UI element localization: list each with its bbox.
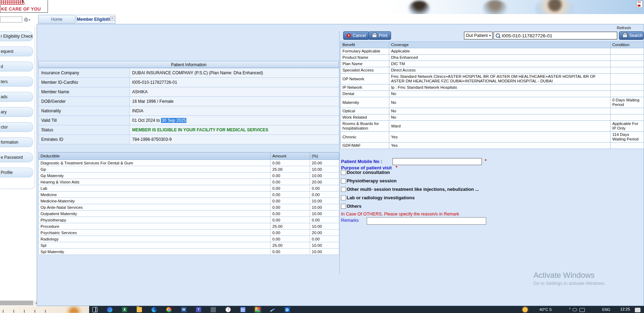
taskbar-clock[interactable]: 12:25 [620, 307, 630, 311]
chrome-active-icon[interactable] [255, 307, 260, 312]
task-view-icon[interactable] [92, 307, 98, 312]
horizontal-scrollbar[interactable]: ▸ [0, 300, 40, 306]
benefit-row: IP Network Ip : Fmc Standard Network Hos… [341, 84, 644, 91]
taskbar-icon-glyph [196, 307, 201, 312]
edge-icon[interactable] [151, 307, 157, 312]
app-icon[interactable] [211, 307, 216, 312]
tray-cloud-icon[interactable] [572, 308, 577, 311]
refresh-link[interactable]: Refresh [617, 26, 631, 30]
sidebar-item[interactable]: ads [0, 92, 33, 102]
benefit-row: Plan Name DIC TM [341, 61, 644, 67]
sidebar-menu: r Eligibility Check equest d ters ads ar… [0, 26, 35, 177]
col-benefit: Benefit [341, 42, 389, 48]
sidebar-item[interactable]: ters [0, 77, 33, 87]
gear-icon [24, 18, 28, 22]
outlook-icon[interactable] [285, 307, 290, 312]
benefit-name: Work Related [341, 114, 389, 121]
field-label: Status [39, 125, 130, 135]
checkbox[interactable] [341, 179, 346, 183]
search-button-icon [623, 33, 627, 38]
scrollbar-thumb[interactable] [0, 301, 33, 305]
field-value: I005-010-117827726-01 [130, 78, 339, 87]
deductible-row: Spl Maternity 0.00 10.00 [39, 249, 339, 255]
deductible-amount: 0.00 [271, 217, 310, 223]
patient-info-row: Member ID-CardNo I005-010-117827726-01 [39, 78, 339, 87]
deductible-percent: 0.00 [310, 217, 339, 223]
notification-center-icon[interactable] [635, 308, 640, 312]
weather-sun-icon[interactable] [522, 307, 528, 312]
benefit-condition [611, 55, 644, 61]
deductible-name: Physiotherapy [39, 217, 271, 223]
close-tab-icon[interactable]: x [110, 16, 114, 21]
checkbox[interactable] [341, 170, 346, 175]
checkbox[interactable] [341, 195, 346, 200]
checkbox[interactable] [341, 204, 346, 209]
deductible-percent: 10.00 [310, 198, 339, 204]
sidebar-item[interactable]: equest [0, 46, 33, 56]
calculator-icon[interactable] [240, 307, 246, 312]
tab-bar: Home Member Eligibilit x [37, 14, 644, 24]
taskbar-icon-glyph [285, 307, 290, 312]
sidebar-item[interactable]: Profile [0, 168, 33, 177]
benefit-name: GDF/MAF [341, 143, 389, 149]
remarks-input[interactable] [367, 217, 486, 225]
weather-widget[interactable] [0, 306, 89, 313]
cancel-label: Cancel [353, 33, 366, 38]
print-label: Print [379, 33, 388, 38]
benefit-row: Chronic Yes 114 Days Waiting Period [341, 132, 644, 143]
teams-icon[interactable] [196, 307, 201, 312]
col-percent: (%) [310, 152, 339, 160]
cancel-button[interactable]: Cancel [343, 31, 369, 40]
patient-type-dropdown[interactable]: Out Patient ▾ [464, 32, 493, 39]
sidebar-item[interactable]: r Eligibility Check [0, 31, 33, 41]
mobile-input[interactable] [392, 158, 482, 165]
word-icon[interactable] [181, 307, 186, 312]
sidebar: r Eligibility Check equest d ters ads ar… [0, 26, 35, 189]
sidebar-search-input[interactable] [0, 17, 22, 23]
sidebar-item[interactable]: ary [0, 107, 33, 117]
clock-icon[interactable] [225, 307, 231, 312]
search-button[interactable]: Search [619, 31, 644, 40]
benefit-condition [611, 67, 644, 74]
weather-text[interactable]: 40°C S [539, 307, 552, 312]
benefit-row: Product Name Dha Enhanced [341, 55, 644, 61]
sidebar-item[interactable]: e Password [0, 152, 33, 162]
banner-person [535, 0, 574, 14]
tab-member-eligibility[interactable]: Member Eligibilit x [76, 15, 116, 24]
field-label: Valid Till [39, 116, 130, 125]
folder-icon[interactable] [137, 307, 142, 312]
col-condition: Condition [611, 42, 644, 48]
checkbox[interactable] [341, 187, 346, 192]
deductible-percent: 0.00 [310, 185, 339, 192]
sidebar-item[interactable]: d [0, 62, 33, 71]
deductible-name: Medicine [39, 192, 271, 198]
deductible-amount: 0.00 [271, 204, 310, 211]
sidebar-item[interactable]: ctor [0, 122, 33, 132]
deductible-amount: 25.00 [271, 166, 310, 173]
deductible-row: Psychiatric Services 0.00 20.00 [39, 230, 339, 236]
benefit-row: Formulary Applicable Applicable [341, 48, 644, 55]
print-button[interactable]: Print [369, 31, 391, 40]
sidebar-item[interactable]: formation [0, 137, 33, 147]
deductible-row: Lab 0.00 0.00 [39, 185, 339, 192]
deductible-row: Outpatient Maternity 0.00 10.00 [39, 211, 339, 217]
member-search-input[interactable]: I005-010-117827726-01 [494, 32, 617, 39]
tray-chevron-icon[interactable]: ^ [569, 307, 571, 311]
benefit-condition [611, 61, 644, 67]
logo-tagline: KE CARE OF YOU [1, 7, 41, 12]
sidebar-settings-button[interactable]: ▾ [24, 17, 33, 23]
language-indicator[interactable]: ENG [602, 307, 610, 312]
tab-home[interactable]: Home [38, 15, 75, 24]
pdf-icon[interactable] [637, 1, 643, 8]
deductible-name: Op Ante-Natal Services [39, 204, 271, 211]
deductible-amount: 0.00 [271, 236, 310, 242]
chrome-icon[interactable] [166, 307, 172, 312]
deductible-amount: 0.00 [271, 192, 310, 198]
pen-icon[interactable] [270, 307, 275, 312]
copilot-icon[interactable] [107, 307, 112, 312]
printer-icon [372, 33, 377, 38]
patient-info-row: Nationality INDIA [39, 106, 339, 116]
tray-display-icon[interactable] [580, 308, 585, 312]
excel-icon[interactable] [122, 307, 127, 312]
field-label: Insurance Company [39, 68, 130, 78]
